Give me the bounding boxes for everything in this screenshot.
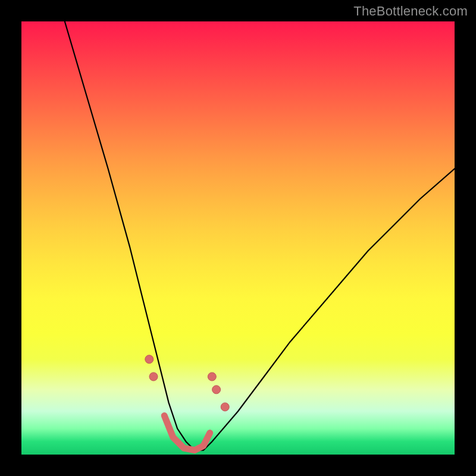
plot-area bbox=[21, 21, 455, 455]
data-marker bbox=[145, 355, 154, 364]
trough-marker-line bbox=[164, 416, 210, 450]
curve-svg bbox=[21, 21, 455, 455]
watermark-text: TheBottleneck.com bbox=[353, 4, 468, 19]
bottleneck-curve bbox=[65, 21, 455, 450]
data-marker bbox=[149, 372, 158, 381]
data-marker bbox=[221, 403, 229, 411]
data-marker bbox=[212, 386, 221, 394]
chart-frame: TheBottleneck.com bbox=[0, 0, 476, 476]
data-marker bbox=[208, 372, 216, 381]
marker-group bbox=[145, 355, 229, 411]
